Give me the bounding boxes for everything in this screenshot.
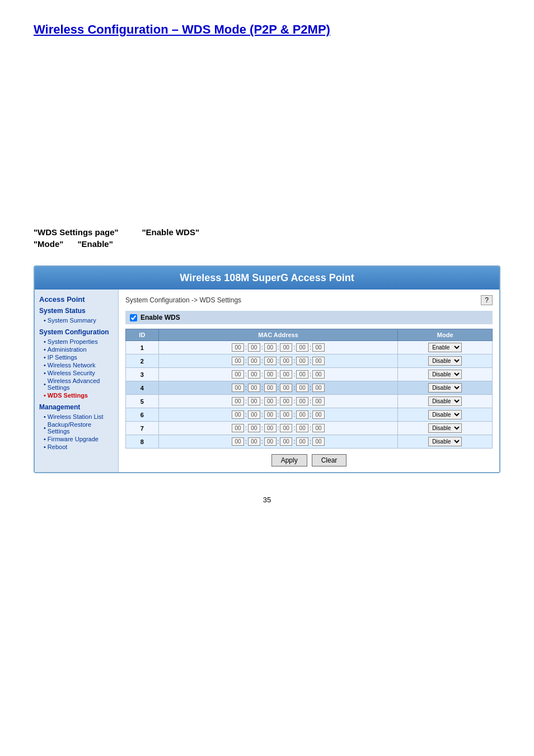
- mac-octet-4-4[interactable]: [280, 384, 292, 392]
- mode-select-8[interactable]: EnableDisable: [428, 437, 462, 446]
- sidebar-item-wireless-network[interactable]: Wireless Network: [39, 362, 114, 368]
- sidebar-item-reboot[interactable]: Reboot: [39, 444, 114, 450]
- mode-select-5[interactable]: EnableDisable: [428, 396, 462, 406]
- mac-octet-1-2[interactable]: [248, 343, 260, 352]
- mac-octet-8-3[interactable]: [264, 437, 277, 446]
- mac-octet-7-5[interactable]: [296, 424, 308, 432]
- table-row-mode-5[interactable]: EnableDisable: [398, 395, 493, 408]
- mac-octet-2-6[interactable]: [312, 357, 325, 365]
- breadcrumb: System Configuration -> WDS Settings: [125, 296, 241, 304]
- mode-select-3[interactable]: EnableDisable: [428, 370, 462, 379]
- col-id: ID: [126, 329, 159, 341]
- mac-octet-1-6[interactable]: [312, 343, 325, 352]
- clear-button[interactable]: Clear: [312, 454, 347, 466]
- table-row-mode-3[interactable]: EnableDisable: [398, 368, 493, 381]
- table-row-id-2: 2: [126, 354, 159, 368]
- mac-octet-3-1[interactable]: [232, 370, 244, 379]
- help-button[interactable]: ?: [481, 295, 493, 305]
- table-row-mac-5[interactable]: :::::: [158, 395, 398, 408]
- apply-button[interactable]: Apply: [271, 454, 307, 466]
- mode-select-1[interactable]: EnableDisable: [428, 343, 462, 352]
- table-row-id-7: 7: [126, 422, 159, 435]
- table-row-mac-2[interactable]: :::::: [158, 354, 398, 368]
- sidebar: Access Point System Status System Summar…: [35, 290, 119, 472]
- table-row-mode-8[interactable]: EnableDisable: [398, 435, 493, 449]
- mac-octet-3-6[interactable]: [312, 370, 325, 379]
- mac-octet-7-6[interactable]: [312, 424, 325, 432]
- mac-octet-1-3[interactable]: [264, 343, 277, 352]
- mac-octet-7-2[interactable]: [248, 424, 260, 432]
- sidebar-item-backup-restore[interactable]: Backup/Restore Settings: [39, 421, 114, 435]
- table-row-mode-2[interactable]: EnableDisable: [398, 354, 493, 368]
- mac-octet-5-6[interactable]: [312, 397, 325, 405]
- mac-octet-3-3[interactable]: [264, 370, 277, 379]
- mac-octet-3-5[interactable]: [296, 370, 308, 379]
- table-row-mode-4[interactable]: EnableDisable: [398, 381, 493, 395]
- table-row-mac-6[interactable]: :::::: [158, 408, 398, 422]
- mac-octet-5-5[interactable]: [296, 397, 308, 405]
- enable-wds-checkbox[interactable]: [130, 314, 137, 321]
- enable-wds-label: Enable WDS: [140, 314, 180, 321]
- instruction-enable-wds: "Enable WDS": [142, 227, 199, 237]
- sidebar-item-wireless-station-list[interactable]: Wireless Station List: [39, 413, 114, 420]
- mac-octet-3-4[interactable]: [280, 370, 292, 379]
- mac-octet-5-4[interactable]: [280, 397, 292, 405]
- mac-octet-7-4[interactable]: [280, 424, 292, 432]
- mac-octet-1-1[interactable]: [232, 343, 244, 352]
- mode-select-4[interactable]: EnableDisable: [428, 383, 462, 393]
- table-row-mode-6[interactable]: EnableDisable: [398, 408, 493, 422]
- sidebar-item-firmware-upgrade[interactable]: Firmware Upgrade: [39, 436, 114, 442]
- mac-octet-1-5[interactable]: [296, 343, 308, 352]
- table-row-mode-1[interactable]: EnableDisable: [398, 341, 493, 354]
- mac-octet-6-4[interactable]: [280, 410, 292, 419]
- mac-octet-7-1[interactable]: [232, 424, 244, 432]
- sidebar-item-system-properties[interactable]: System Properties: [39, 338, 114, 345]
- mac-octet-8-2[interactable]: [248, 437, 260, 446]
- mac-octet-4-5[interactable]: [296, 384, 308, 392]
- mac-octet-2-3[interactable]: [264, 357, 277, 365]
- sidebar-item-system-summary[interactable]: System Summary: [39, 317, 114, 324]
- mac-octet-2-5[interactable]: [296, 357, 308, 365]
- sidebar-item-administration[interactable]: Administration: [39, 346, 114, 353]
- mac-octet-2-4[interactable]: [280, 357, 292, 365]
- btn-row: Apply Clear: [125, 454, 493, 466]
- mode-select-2[interactable]: EnableDisable: [428, 356, 462, 366]
- mac-octet-4-2[interactable]: [248, 384, 260, 392]
- sidebar-item-wds-settings[interactable]: WDS Settings: [39, 392, 114, 399]
- sidebar-section-system-status: System Status: [39, 307, 114, 315]
- mac-octet-3-2[interactable]: [248, 370, 260, 379]
- mode-select-7[interactable]: EnableDisable: [428, 423, 462, 433]
- table-row-mac-4[interactable]: :::::: [158, 381, 398, 395]
- mac-octet-4-3[interactable]: [264, 384, 277, 392]
- mac-octet-2-1[interactable]: [232, 357, 244, 365]
- mac-octet-4-6[interactable]: [312, 384, 325, 392]
- mac-octet-6-5[interactable]: [296, 410, 308, 419]
- mac-octet-8-4[interactable]: [280, 437, 292, 446]
- mac-octet-7-3[interactable]: [264, 424, 277, 432]
- table-row-mac-3[interactable]: :::::: [158, 368, 398, 381]
- col-mode: Mode: [398, 329, 493, 341]
- table-row-mac-8[interactable]: :::::: [158, 435, 398, 449]
- mac-octet-1-4[interactable]: [280, 343, 292, 352]
- table-row-mac-7[interactable]: :::::: [158, 422, 398, 435]
- mac-octet-5-2[interactable]: [248, 397, 260, 405]
- sidebar-item-wireless-advanced[interactable]: Wireless Advanced Settings: [39, 377, 114, 391]
- mac-octet-8-1[interactable]: [232, 437, 244, 446]
- mac-octet-4-1[interactable]: [232, 384, 244, 392]
- mac-octet-6-1[interactable]: [232, 410, 244, 419]
- sidebar-item-wireless-security[interactable]: Wireless Security: [39, 370, 114, 376]
- breadcrumb-bar: System Configuration -> WDS Settings ?: [125, 295, 493, 305]
- table-row-mode-7[interactable]: EnableDisable: [398, 422, 493, 435]
- sidebar-item-ip-settings[interactable]: IP Settings: [39, 354, 114, 361]
- mac-octet-6-6[interactable]: [312, 410, 325, 419]
- mac-octet-2-2[interactable]: [248, 357, 260, 365]
- page-title[interactable]: Wireless Configuration – WDS Mode (P2P &…: [34, 22, 500, 37]
- mac-octet-5-3[interactable]: [264, 397, 277, 405]
- mode-select-6[interactable]: EnableDisable: [428, 410, 462, 419]
- mac-octet-6-3[interactable]: [264, 410, 277, 419]
- mac-octet-8-6[interactable]: [312, 437, 325, 446]
- mac-octet-8-5[interactable]: [296, 437, 308, 446]
- mac-octet-6-2[interactable]: [248, 410, 260, 419]
- mac-octet-5-1[interactable]: [232, 397, 244, 405]
- table-row-mac-1[interactable]: :::::: [158, 341, 398, 354]
